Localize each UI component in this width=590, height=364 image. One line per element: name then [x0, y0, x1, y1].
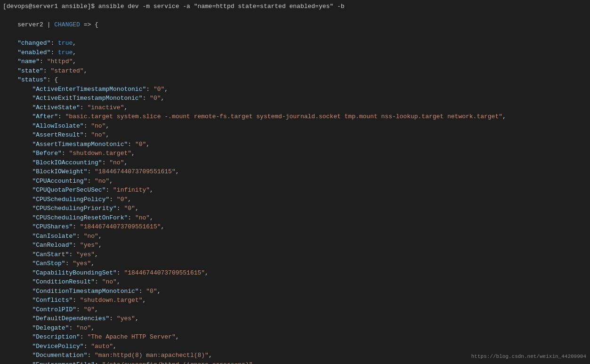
name-key: "name": "httpd", — [3, 57, 587, 66]
watermark: https://blog.csdn.net/weixin_44209904 — [471, 353, 586, 361]
description-key: "Description": "The Apache HTTP Server", — [3, 332, 587, 342]
assert-ts: "AssertTimestampMonotonic": "0", — [3, 140, 587, 149]
conflicts-key: "Conflicts": "shutdown.target", — [3, 296, 587, 305]
changed-key: "changed": true, — [3, 39, 587, 48]
server-changed-line: server2 | CHANGED => { — [3, 11, 587, 39]
command-line: [devops@server1 ansible]$ ansible dev -m… — [3, 2, 587, 11]
delegate-key: "Delegate": "no", — [3, 324, 587, 333]
changed-keyword: CHANGED — [54, 21, 80, 28]
cpu-sched-policy: "CPUSchedulingPolicy": "0", — [3, 195, 587, 204]
arrow-brace: => { — [80, 21, 98, 28]
can-stop: "CanStop": "yes", — [3, 259, 587, 268]
can-reload: "CanReload": "yes", — [3, 241, 587, 250]
condition-ts: "ConditionTimestampMonotonic": "0", — [3, 287, 587, 296]
control-pid: "ControlPID": "0", — [3, 305, 587, 315]
condition-result: "ConditionResult": "no", — [3, 277, 587, 287]
active-enter-ts: "ActiveEnterTimestampMonotonic": "0", — [3, 85, 587, 94]
capability-bounding: "CapabilityBoundingSet": "18446744073709… — [3, 268, 587, 278]
device-policy: "DevicePolicy": "auto", — [3, 342, 587, 351]
server-name: server2 | — [17, 21, 54, 28]
can-isolate: "CanIsolate": "no", — [3, 232, 587, 241]
cpu-sched-reset: "CPUSchedulingResetOnFork": "no", — [3, 213, 587, 223]
cpu-accounting: "CPUAccounting": "no", — [3, 177, 587, 186]
status-key: "status": { — [3, 75, 587, 85]
cpu-sched-priority: "CPUSchedulingPriority": "0", — [3, 204, 587, 213]
after-key: "After": "basic.target system.slice -.mo… — [3, 112, 587, 121]
allow-isolate: "AllowIsolate": "no", — [3, 121, 587, 131]
terminal-window: [devops@server1 ansible]$ ansible dev -m… — [0, 0, 590, 364]
blockio-weight: "BlockIOWeight": "18446744073709551615", — [3, 167, 587, 177]
state-key: "state": "started", — [3, 66, 587, 76]
enabled-key: "enabled": true, — [3, 48, 587, 57]
before-key: "Before": "shutdown.target", — [3, 149, 587, 158]
cpu-quota: "CPUQuotaPerSecUSec": "infinity", — [3, 186, 587, 195]
can-start: "CanStart": "yes", — [3, 250, 587, 259]
active-exit-ts: "ActiveExitTimestampMonotonic": "0", — [3, 94, 587, 103]
assert-result: "AssertResult": "no", — [3, 130, 587, 140]
cpu-shares: "CPUShares": "18446744073709551615", — [3, 222, 587, 232]
blockio-accounting: "BlockIOAccounting": "no", — [3, 158, 587, 168]
env-file: "EnvironmentFile": "/etc/sysconfig/httpd… — [3, 360, 587, 364]
active-state: "ActiveState": "inactive", — [3, 103, 587, 113]
default-deps: "DefaultDependencies": "yes", — [3, 314, 587, 324]
